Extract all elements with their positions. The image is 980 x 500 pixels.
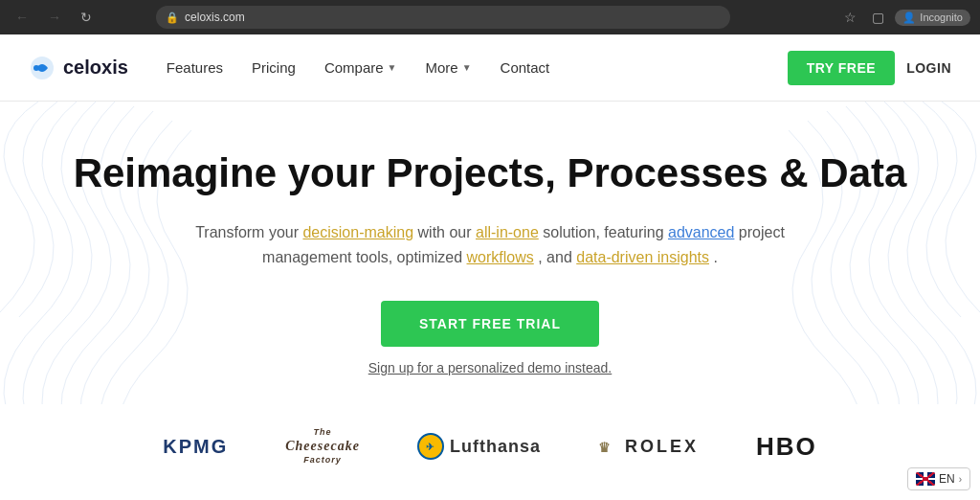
subtitle-text-6: . — [713, 249, 717, 265]
lufthansa-logo: ✈ Lufthansa — [417, 433, 541, 460]
subtitle-text-5: , and — [538, 249, 576, 265]
logos-section: KPMG The Cheesecake Factory ✈ Lufthansa … — [0, 404, 980, 490]
kpmg-logo: KPMG — [163, 436, 228, 458]
lock-icon: 🔒 — [166, 11, 179, 24]
hero-title: Reimagine your Projects, Processes & Dat… — [19, 149, 961, 197]
nav-pricing[interactable]: Pricing — [252, 59, 296, 76]
hero-section: Reimagine your Projects, Processes & Dat… — [0, 102, 980, 404]
subtitle-text-2: with our — [418, 224, 476, 240]
more-chevron-icon: ▼ — [462, 62, 472, 73]
navbar: celoxis Features Pricing Compare ▼ More … — [0, 34, 980, 102]
rolex-logo: ♛ ROLEX — [598, 437, 699, 457]
bookmark-icon[interactable]: ☆ — [839, 8, 861, 27]
incognito-icon: 👤 — [902, 11, 916, 24]
forward-button[interactable]: → — [42, 6, 67, 29]
url-text: celoxis.com — [185, 11, 245, 24]
lufthansa-circle-icon: ✈ — [417, 433, 444, 460]
nav-right: TRY FREE LOGIN — [788, 51, 951, 85]
compare-chevron-icon: ▼ — [388, 62, 397, 73]
browser-right-controls: ☆ ▢ 👤 Incognito — [839, 8, 970, 27]
language-badge[interactable]: EN › — [907, 467, 970, 490]
subtitle-link-data-driven[interactable]: data-driven insights — [576, 249, 709, 265]
nav-contact[interactable]: Contact — [501, 59, 550, 76]
flag-uk-icon — [916, 472, 935, 486]
nav-compare[interactable]: Compare ▼ — [324, 59, 397, 76]
language-code: EN — [939, 472, 955, 486]
language-chevron-icon: › — [959, 474, 962, 485]
nav-features[interactable]: Features — [167, 59, 223, 76]
subtitle-link-decision-making[interactable]: decision-making — [302, 224, 413, 240]
hbo-logo: HBO — [756, 432, 817, 462]
website: celoxis Features Pricing Compare ▼ More … — [0, 34, 980, 500]
incognito-badge: 👤 Incognito — [895, 10, 970, 26]
nav-more[interactable]: More ▼ — [426, 59, 472, 76]
nav-links: Features Pricing Compare ▼ More ▼ Contac… — [167, 59, 788, 76]
start-trial-button[interactable]: START FREE TRIAL — [381, 301, 599, 347]
login-button[interactable]: LOGIN — [906, 60, 951, 76]
try-free-button[interactable]: TRY FREE — [788, 51, 895, 85]
cheesecake-factory-logo: The Cheesecake Factory — [285, 427, 360, 467]
demo-link[interactable]: Sign up for a personalized demo instead. — [19, 360, 961, 375]
wave-right-decoration — [789, 102, 980, 404]
back-button[interactable]: ← — [10, 6, 34, 29]
extensions-icon[interactable]: ▢ — [867, 8, 889, 27]
hero-subtitle: Transform your decision-making with our … — [165, 220, 815, 269]
reload-button[interactable]: ↻ — [75, 6, 98, 29]
address-bar[interactable]: 🔒 celoxis.com — [156, 6, 730, 29]
logo-link[interactable]: celoxis — [29, 55, 128, 81]
rolex-crown-icon: ♛ — [598, 440, 613, 455]
subtitle-link-workflows[interactable]: workflows — [467, 249, 534, 265]
subtitle-link-advanced[interactable]: advanced — [668, 224, 734, 240]
svg-point-1 — [33, 65, 39, 71]
wave-left-decoration — [0, 102, 191, 404]
subtitle-text-1: Transform your — [195, 224, 302, 240]
subtitle-link-all-in-one[interactable]: all-in-one — [476, 224, 539, 240]
browser-chrome: ← → ↻ 🔒 celoxis.com ☆ ▢ 👤 Incognito — [0, 0, 980, 34]
incognito-label: Incognito — [920, 11, 963, 23]
logo-text: celoxis — [63, 57, 128, 79]
logo-icon — [29, 55, 56, 81]
subtitle-text-3: solution, featuring — [543, 224, 668, 240]
